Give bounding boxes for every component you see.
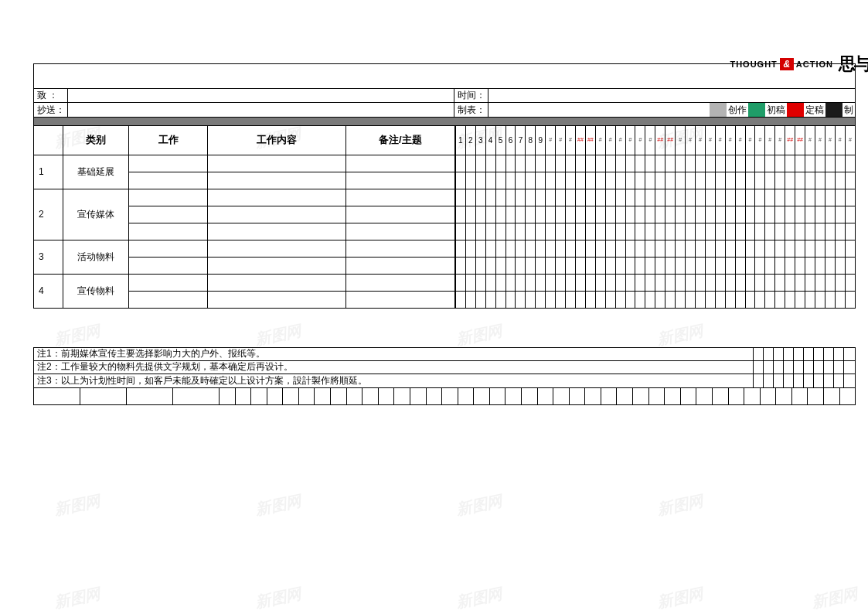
gantt-cell [686,189,696,206]
gantt-cell [676,155,686,172]
bottom-left-cells [34,388,220,404]
gantt-cell [615,291,625,308]
gantt-cell [615,155,625,172]
gantt-cell [516,189,526,206]
gantt-cell [556,240,566,257]
gantt-cell [455,291,465,308]
gantt-day-22: ## [665,125,676,155]
gantt-row [455,206,855,223]
gantt-cell [556,274,566,291]
note-grid [753,361,854,374]
gantt-day-33: # [775,125,785,155]
gantt-cell [546,155,556,172]
gantt-cell [595,189,605,206]
gantt-cell [556,206,566,223]
cell-content [207,240,345,257]
gantt-cell [655,274,665,291]
gantt-cell [465,223,475,240]
cell-note [345,223,454,240]
gantt-cell [595,274,605,291]
gantt-cell [775,240,785,257]
gantt-cell [475,240,485,257]
gantt-cell [625,291,635,308]
gantt-cell [526,189,536,206]
gantt-day-13: ## [575,125,585,155]
gantt-cell [775,257,785,274]
note-grid [753,348,854,360]
gantt-cell [725,274,735,291]
gantt-cell [686,206,696,223]
gantt-cell [556,291,566,308]
gantt-cell [725,257,735,274]
gantt-cell [475,155,485,172]
gantt-cell [635,189,645,206]
gantt-cell [566,172,576,189]
gantt-table: 123456789###############################… [455,125,856,309]
gantt-cell [755,240,765,257]
gantt-cell [556,257,566,274]
gantt-cell [645,172,655,189]
gantt-cell [505,274,516,291]
gantt-day-3: 3 [475,125,485,155]
gantt-day-31: # [755,125,765,155]
gantt-cell [705,189,715,206]
gantt-cell [745,223,755,240]
gantt-cell [455,189,465,206]
gantt-cell [795,189,805,206]
cell-work [129,206,207,223]
gantt-cell [495,172,505,189]
gantt-day-30: # [745,125,755,155]
gantt-cell [815,172,825,189]
gantt-day-21: ## [655,125,665,155]
gantt-cell [516,155,526,172]
gantt-cell [475,189,485,206]
cell-content [207,223,345,240]
gantt-day-38: # [825,125,835,155]
gantt-cell [546,291,556,308]
gantt-cell [645,206,655,223]
gantt-cell [785,189,795,206]
gantt-cell [495,257,505,274]
gantt-cell [775,223,785,240]
gantt-cell [595,240,605,257]
gantt-cell [566,189,576,206]
gantt-cell [725,155,735,172]
gantt-row [455,240,855,257]
gantt-cell [755,291,765,308]
gantt-cell [526,223,536,240]
gantt-cell [536,223,546,240]
col-index [34,125,63,155]
gantt-cell [615,189,625,206]
gantt-cell [465,155,475,172]
category-cell: 活动物料 [63,240,129,274]
cell-note [345,206,454,223]
gantt-cell [505,206,516,223]
gantt-row [455,257,855,274]
gantt-cell [645,274,655,291]
cc-label: 抄送： [34,103,68,118]
gantt-cell [835,189,845,206]
cell-content [207,291,345,308]
gantt-cell [465,240,475,257]
table-row: 1基础延展 [34,155,455,172]
gantt-cell [686,257,696,274]
gantt-row [455,274,855,291]
gantt-cell [605,206,615,223]
gantt-cell [645,223,655,240]
gantt-cell [536,172,546,189]
gantt-cell [505,257,516,274]
gantt-cell [475,223,485,240]
gantt-cell [795,257,805,274]
gantt-cell [536,257,546,274]
gantt-cell [745,240,755,257]
gantt-cell [845,240,855,257]
gantt-day-2: 2 [465,125,475,155]
cell-note [345,155,454,172]
gantt-cell [696,274,706,291]
cell-note [345,274,454,291]
gantt-cell [655,206,665,223]
gantt-cell [785,291,795,308]
gantt-cell [505,240,516,257]
gantt-cell [745,206,755,223]
gantt-day-34: ## [785,125,795,155]
